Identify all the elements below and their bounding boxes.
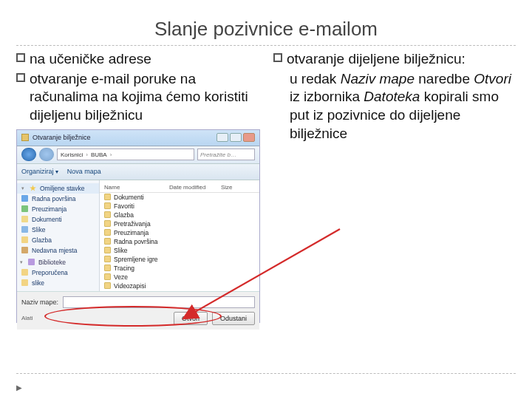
folder-icon (104, 282, 111, 289)
sidebar-item[interactable]: Nedavna mjesta (17, 245, 99, 256)
annotation-arrow (177, 229, 355, 343)
bullet-right-2: u redak Naziv mape naredbe Otvori iz izb… (290, 70, 516, 143)
breadcrumb-part: BUBA (91, 151, 107, 158)
sidebar-item[interactable]: Preuzimanja (17, 204, 99, 214)
svg-line-0 (185, 229, 340, 318)
folder-icon (104, 256, 111, 262)
folder-icon (104, 194, 111, 200)
divider-top (16, 45, 516, 46)
folder-icon (104, 273, 111, 280)
bullet-text: otvaranje dijeljene bilježnicu: (287, 50, 516, 69)
window-buttons (216, 133, 255, 142)
sidebar-item[interactable]: Radna površina (17, 194, 99, 204)
folder-icon (104, 229, 111, 236)
downloads-icon (21, 205, 28, 212)
recent-icon (21, 247, 28, 253)
sidebar-item[interactable]: ▾Biblioteke (17, 257, 99, 267)
pictures-icon (21, 226, 28, 233)
toolbar: Organiziraj Nova mapa (17, 164, 259, 180)
sidebar-item[interactable]: ▾Omiljene stavke (17, 183, 99, 194)
nav-back-button[interactable] (21, 148, 36, 161)
folder-icon (21, 236, 28, 243)
breadcrumb[interactable]: Korisnici › BUBA › (57, 149, 194, 160)
libraries-icon (28, 259, 35, 265)
bullet-right-1: otvaranje dijeljene bilježnicu: (273, 50, 516, 69)
sidebar-item[interactable]: slike (17, 278, 99, 288)
bullet-left-1: na učeničke adrese (16, 50, 260, 69)
list-item[interactable]: Favoriti (100, 202, 259, 211)
folder-icon (104, 238, 111, 245)
window-title: Otvaranje bilježnice (33, 134, 91, 141)
new-folder-button[interactable]: Nova mapa (67, 168, 101, 175)
bullet-square-icon (16, 53, 25, 62)
organize-menu[interactable]: Organiziraj (21, 168, 58, 175)
bullet-text: otvaranje e-mail poruke na računalima na… (30, 70, 260, 125)
folder-icon (104, 247, 111, 253)
folder-icon (104, 202, 111, 209)
folder-icon (21, 269, 28, 276)
breadcrumb-part: Korisnici (61, 151, 83, 158)
nav-pane: ▾Omiljene stavke Radna površina Preuzima… (17, 180, 100, 291)
slide-indicator-icon: ▶ (16, 383, 22, 392)
folder-name-label: Naziv mape: (21, 299, 58, 306)
minimize-button[interactable] (216, 133, 228, 142)
bullet-square-icon (16, 73, 25, 82)
search-input[interactable]: Pretražite b… (197, 149, 255, 160)
col-name[interactable]: Name (104, 184, 169, 191)
navigation-bar: Korisnici › BUBA › Pretražite b… (17, 146, 259, 164)
bullet-text: na učeničke adrese (30, 50, 260, 69)
folder-icon (104, 211, 111, 218)
sidebar-item[interactable]: Slike (17, 225, 99, 235)
documents-icon (21, 216, 28, 222)
folder-icon (21, 279, 28, 286)
chevron-right-icon: › (110, 151, 112, 158)
list-item[interactable]: Pretraživanja (100, 219, 259, 228)
folder-icon (104, 220, 111, 227)
bullet-square-icon (273, 53, 282, 62)
folder-icon (104, 265, 111, 271)
sidebar-item[interactable]: Preporučena (17, 267, 99, 278)
app-icon (21, 134, 29, 141)
col-size[interactable]: Size (221, 184, 249, 191)
window-titlebar: Otvaranje bilježnice (17, 130, 259, 146)
list-item[interactable]: Glazba (100, 211, 259, 219)
bullet-left-2: otvaranje e-mail poruke na računalima na… (16, 70, 260, 125)
list-item[interactable]: Dokumenti (100, 193, 259, 202)
tools-menu[interactable]: Alati (21, 315, 33, 321)
maximize-button[interactable] (230, 133, 242, 142)
desktop-icon (21, 195, 28, 202)
sidebar-item[interactable]: Glazba (17, 235, 99, 245)
list-header: Name Date modified Size (100, 183, 259, 193)
star-icon (30, 185, 36, 191)
nav-forward-button[interactable] (39, 148, 54, 161)
slide-title: Slanje pozivnice e-mailom (16, 18, 516, 41)
chevron-right-icon: › (86, 151, 88, 158)
sidebar-item[interactable]: Dokumenti (17, 214, 99, 225)
divider-bottom (16, 373, 516, 374)
col-date[interactable]: Date modified (169, 184, 221, 191)
close-button[interactable] (243, 133, 255, 142)
